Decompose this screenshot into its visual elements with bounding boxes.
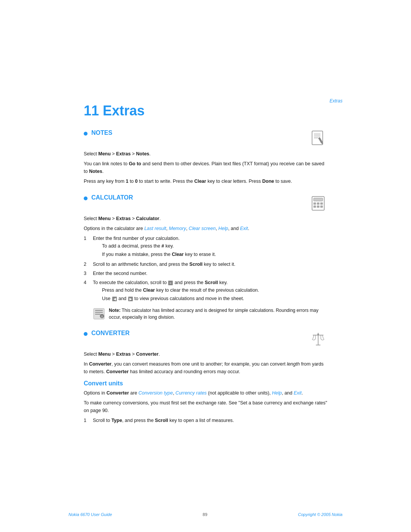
left-arrow-icon: ◀ bbox=[112, 296, 117, 302]
link-exit-calc[interactable]: Exit bbox=[240, 226, 248, 231]
svg-point-33 bbox=[317, 334, 319, 335]
link-help-conv[interactable]: Help bbox=[272, 390, 282, 396]
svg-rect-13 bbox=[320, 206, 323, 208]
converter-step-1: 1 Scroll to Type, and press the Scroll k… bbox=[84, 417, 327, 424]
svg-rect-10 bbox=[320, 203, 323, 204]
link-conversion-type[interactable]: Conversion type bbox=[139, 390, 173, 396]
svg-rect-12 bbox=[317, 206, 319, 208]
svg-line-28 bbox=[313, 335, 314, 339]
notes-icon bbox=[309, 129, 327, 148]
calculator-options: Options in the calculator are Last resul… bbox=[84, 225, 327, 232]
svg-rect-21 bbox=[95, 310, 103, 311]
notes-header: NOTES bbox=[84, 129, 327, 148]
svg-text:=: = bbox=[170, 281, 172, 285]
svg-text:◀: ◀ bbox=[113, 297, 116, 301]
notes-section: NOTES Select Menu > Extras > Notes. You … bbox=[84, 129, 327, 185]
calculator-note-box: ! Note: This calculator has limited accu… bbox=[93, 307, 327, 321]
svg-rect-22 bbox=[95, 312, 103, 313]
calculator-step-1: 1 Enter the first number of your calcula… bbox=[84, 235, 327, 259]
calculator-step-2: 2 Scroll to an arithmetic function, and … bbox=[84, 260, 327, 268]
calculator-step-4: 4 To execute the calculation, scroll to … bbox=[84, 279, 327, 303]
svg-text:▶: ▶ bbox=[129, 297, 132, 301]
converter-para1: In Converter, you can convert measures f… bbox=[84, 360, 327, 375]
equals-icon: = bbox=[168, 280, 173, 286]
calculator-icon bbox=[309, 194, 327, 212]
footer-left: Nokia 6670 User Guide bbox=[68, 512, 112, 517]
calculator-section: CALCULATOR Select Menu > Extras > Calcul… bbox=[84, 194, 327, 321]
calculator-bullet bbox=[84, 197, 88, 200]
svg-rect-7 bbox=[314, 198, 323, 201]
svg-rect-11 bbox=[314, 206, 316, 208]
notes-para1: You can link notes to Go to and send the… bbox=[84, 160, 327, 175]
calculator-step-1-sub1: To add a decimal, press the # key. bbox=[102, 242, 327, 250]
chapter-title: 11 Extras bbox=[84, 103, 327, 119]
calculator-header: CALCULATOR bbox=[84, 194, 327, 212]
converter-header: CONVERTER bbox=[84, 330, 327, 348]
footer-right: Copyright © 2005 Nokia bbox=[298, 512, 342, 517]
calculator-note-text: Note: This calculator has limited accura… bbox=[109, 307, 327, 321]
notes-menu-path: Select Menu > Extras > Notes. bbox=[84, 150, 327, 158]
right-arrow-icon: ▶ bbox=[128, 296, 133, 302]
svg-text:!: ! bbox=[102, 315, 103, 318]
link-clear-screen[interactable]: Clear screen bbox=[189, 226, 216, 231]
calculator-step-3: 3 Enter the second number. bbox=[84, 270, 327, 277]
page-footer: Nokia 6670 User Guide 89 Copyright © 200… bbox=[0, 512, 411, 517]
content-area: 11 Extras NOTES bbox=[68, 0, 342, 464]
calculator-step-1-sub2: If you make a mistake, press the Clear k… bbox=[102, 251, 327, 258]
converter-steps: 1 Scroll to Type, and press the Scroll k… bbox=[84, 417, 327, 424]
footer-center: 89 bbox=[203, 512, 207, 517]
converter-title: CONVERTER bbox=[84, 330, 129, 337]
converter-section: CONVERTER bbox=[84, 330, 327, 424]
calculator-title: CALCULATOR bbox=[84, 194, 133, 201]
link-last-result[interactable]: Last result bbox=[144, 226, 166, 231]
svg-rect-23 bbox=[95, 314, 100, 315]
converter-bullet bbox=[84, 332, 88, 336]
calculator-menu-path: Select Menu > Extras > Calculator. bbox=[84, 215, 327, 222]
svg-rect-9 bbox=[317, 203, 319, 204]
convert-units-title: Convert units bbox=[84, 380, 327, 387]
converter-icon bbox=[309, 330, 327, 348]
svg-rect-4 bbox=[318, 137, 323, 143]
link-exit-conv[interactable]: Exit bbox=[294, 390, 302, 396]
notes-title: NOTES bbox=[84, 129, 112, 136]
svg-rect-8 bbox=[314, 203, 316, 204]
link-currency-rates[interactable]: Currency rates bbox=[175, 390, 207, 396]
calculator-steps: 1 Enter the first number of your calcula… bbox=[84, 235, 327, 303]
link-help-calc[interactable]: Help bbox=[218, 226, 228, 231]
converter-menu-path: Select Menu > Extras > Converter. bbox=[84, 350, 327, 358]
link-memory[interactable]: Memory bbox=[169, 226, 186, 231]
notes-bullet bbox=[84, 132, 88, 136]
converter-currency-text: To make currency conversions, you must f… bbox=[84, 399, 327, 414]
page: Extras 11 Extras NOTES bbox=[0, 0, 411, 532]
calculator-step-4-sub1: Press and hold the Clear key to clear th… bbox=[102, 286, 327, 294]
converter-options: Options in Converter are Conversion type… bbox=[84, 389, 327, 397]
note-icon: ! bbox=[93, 308, 105, 320]
svg-line-31 bbox=[322, 335, 323, 339]
calculator-step-4-sub2: Use ◀ and ▶ to view previous calculation… bbox=[102, 295, 327, 302]
notes-para2: Press any key from 1 to 0 to start to wr… bbox=[84, 177, 327, 185]
